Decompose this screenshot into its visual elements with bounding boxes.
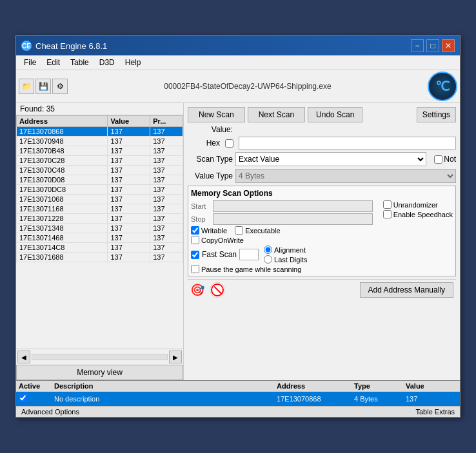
value-type-select[interactable]: 1 Byte 2 Bytes 4 Bytes 8 Bytes Float Dou… bbox=[235, 169, 456, 183]
scroll-right[interactable]: ▶ bbox=[169, 351, 182, 363]
title-controls: − □ ✕ bbox=[411, 39, 455, 52]
window-title: Cheat Engine 6.8.1 bbox=[35, 41, 107, 51]
table-row[interactable]: 17E13070C48 137 137 bbox=[17, 166, 183, 175]
memory-view-button[interactable]: Memory view bbox=[16, 365, 183, 380]
settings-button[interactable]: Settings bbox=[417, 107, 456, 122]
last-digits-label: Last Digits bbox=[274, 256, 307, 264]
address-list-header: Active Description Address Type Value bbox=[16, 381, 460, 392]
col-header-value: Value bbox=[108, 116, 150, 127]
table-row[interactable]: 17E130714C8 137 137 bbox=[17, 243, 183, 253]
not-label: Not bbox=[444, 155, 456, 164]
hex-label: Hex bbox=[188, 139, 220, 148]
value-row: Value: bbox=[188, 125, 456, 134]
value-cell: 137 bbox=[108, 195, 150, 204]
status-bar: Advanced Options Table Extras bbox=[16, 406, 460, 417]
bottom-bar: 🎯 Add Address Manually bbox=[188, 279, 456, 300]
table-row[interactable]: 17E13070C28 137 137 bbox=[17, 156, 183, 166]
main-window: CE Cheat Engine 6.8.1 − □ ✕ File Edit Ta… bbox=[15, 35, 461, 418]
close-button[interactable]: ✕ bbox=[442, 39, 455, 52]
no-icon bbox=[211, 284, 224, 296]
header-value: Value bbox=[406, 382, 457, 390]
toolbar: 📁 💾 ⚙ bbox=[19, 79, 68, 94]
left-panel: Found: 35 Address Value Pr... 17E1307086… bbox=[16, 103, 184, 380]
stop-label: Stop bbox=[191, 215, 210, 223]
right-panel: New Scan Next Scan Undo Scan Settings Va… bbox=[184, 103, 460, 380]
table-row[interactable]: 17E13071348 137 137 bbox=[17, 224, 183, 233]
toolbar-settings[interactable]: ⚙ bbox=[52, 79, 68, 94]
new-scan-button[interactable]: New Scan bbox=[188, 107, 245, 122]
scroll-left[interactable]: ◀ bbox=[17, 351, 30, 363]
start-input[interactable]: 0000000000000000 bbox=[213, 200, 373, 212]
address-cell: 17E13070C28 bbox=[17, 156, 108, 166]
address-cell: 17E13070868 bbox=[17, 127, 108, 137]
copyonwrite-label: CopyOnWrite bbox=[201, 236, 244, 244]
table-row[interactable]: 17E13071168 137 137 bbox=[17, 204, 183, 214]
app-icon: CE bbox=[21, 41, 32, 51]
table-row[interactable]: 17E13070D08 137 137 bbox=[17, 175, 183, 185]
toolbar-save[interactable]: 💾 bbox=[35, 79, 51, 94]
hex-checkbox[interactable] bbox=[225, 139, 233, 148]
add-address-button[interactable]: Add Address Manually bbox=[360, 282, 453, 298]
unrandomizer-label: Unrandomizer bbox=[393, 201, 438, 209]
table-row[interactable]: 17E13071688 137 137 bbox=[17, 253, 183, 262]
minimize-button[interactable]: − bbox=[411, 39, 424, 52]
pr-cell: 137 bbox=[150, 214, 183, 224]
alignment-radio[interactable] bbox=[264, 246, 272, 254]
fast-scan-checkbox[interactable] bbox=[191, 251, 199, 259]
memory-scan-inner: Start 0000000000000000 Stop 00007fffffff… bbox=[191, 200, 453, 264]
executable-checkbox[interactable] bbox=[235, 226, 243, 235]
status-left[interactable]: Advanced Options bbox=[21, 408, 79, 416]
pr-cell: 137 bbox=[150, 185, 183, 195]
address-list-panel: Active Description Address Type Value No… bbox=[16, 380, 460, 406]
writable-row: Writable Executable bbox=[191, 226, 373, 235]
start-label: Start bbox=[191, 202, 210, 210]
menu-table[interactable]: Table bbox=[65, 57, 94, 68]
toolbar-open[interactable]: 📁 bbox=[19, 79, 34, 94]
table-row[interactable]: 17E13071468 137 137 bbox=[17, 233, 183, 243]
speedhack-checkbox[interactable] bbox=[383, 210, 392, 218]
fast-scan-label: Fast Scan bbox=[202, 250, 237, 259]
address-list-row[interactable]: No description 17E13070868 4 Bytes 137 bbox=[16, 392, 460, 406]
table-row[interactable]: 17E13070DC8 137 137 bbox=[17, 185, 183, 195]
pr-cell: 137 bbox=[150, 253, 183, 262]
stop-input[interactable]: 00007fffffffffff bbox=[213, 213, 373, 225]
copyonwrite-checkbox[interactable] bbox=[191, 236, 199, 244]
fast-scan-input[interactable]: 4 bbox=[239, 249, 259, 260]
pr-cell: 137 bbox=[150, 137, 183, 146]
address-cell: 17E13071348 bbox=[17, 224, 108, 233]
right-checks: Unrandomizer Enable Speedhack bbox=[383, 200, 453, 264]
pause-checkbox[interactable] bbox=[191, 265, 199, 273]
unrandomizer-checkbox[interactable] bbox=[383, 200, 392, 209]
next-scan-button[interactable]: Next Scan bbox=[248, 107, 305, 122]
last-digits-radio[interactable] bbox=[264, 255, 272, 264]
value-input[interactable]: 137 bbox=[239, 137, 456, 149]
table-row[interactable]: 17E13070948 137 137 bbox=[17, 137, 183, 146]
address-cell: 17E130714C8 bbox=[17, 243, 108, 253]
undo-scan-button[interactable]: Undo Scan bbox=[308, 107, 362, 122]
menu-edit[interactable]: Edit bbox=[41, 57, 65, 68]
memory-scan-left: Start 0000000000000000 Stop 00007fffffff… bbox=[191, 200, 373, 264]
not-check-group: Not bbox=[434, 155, 456, 164]
restore-button[interactable]: □ bbox=[426, 39, 439, 52]
writable-checkbox[interactable] bbox=[191, 226, 199, 235]
scan-type-select[interactable]: Exact Value Bigger than... Smaller than.… bbox=[235, 152, 426, 166]
status-right[interactable]: Table Extras bbox=[415, 408, 455, 416]
writable-check-group: Writable bbox=[191, 226, 227, 235]
active-checkbox[interactable] bbox=[19, 394, 27, 402]
address-cell: 17E13070C48 bbox=[17, 166, 108, 175]
menu-help[interactable]: Help bbox=[120, 57, 146, 68]
address-cell: 17E13071228 bbox=[17, 214, 108, 224]
no-button[interactable] bbox=[210, 282, 225, 298]
address-cell: 17E13070948 bbox=[17, 137, 108, 146]
menu-d3d[interactable]: D3D bbox=[94, 57, 120, 68]
pause-label: Pause the game while scanning bbox=[201, 265, 301, 273]
not-checkbox[interactable] bbox=[434, 155, 442, 164]
col-header-address: Address bbox=[17, 116, 108, 127]
menu-file[interactable]: File bbox=[19, 57, 41, 68]
table-row[interactable]: 17E13071228 137 137 bbox=[17, 214, 183, 224]
value-cell: 137 bbox=[108, 185, 150, 195]
table-row[interactable]: 17E13070B48 137 137 bbox=[17, 146, 183, 156]
table-row[interactable]: 17E13071068 137 137 bbox=[17, 195, 183, 204]
table-row[interactable]: 17E13070868 137 137 bbox=[17, 127, 183, 137]
value-cell: 137 bbox=[108, 214, 150, 224]
